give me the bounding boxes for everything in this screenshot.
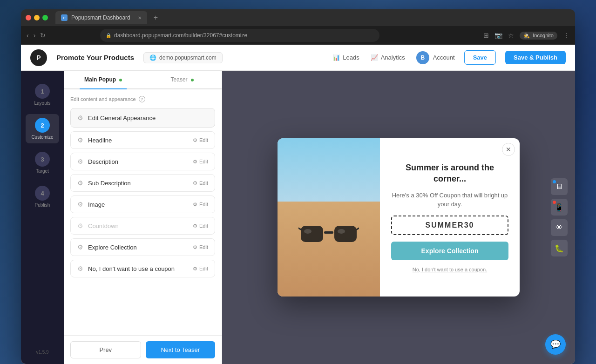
preview-btn[interactable]: 👁 bbox=[551, 219, 568, 236]
publish-button[interactable]: Save & Publish bbox=[505, 51, 566, 64]
step-number-1: 1 bbox=[41, 88, 44, 95]
analytics-label: Analytics bbox=[381, 54, 405, 61]
sidebar-step-1[interactable]: 1 Layouts bbox=[26, 80, 59, 109]
address-field[interactable]: 🔒 dashboard.popupsmart.com/builder/32067… bbox=[100, 29, 379, 42]
edit-item-headline-header[interactable]: ⚙ Headline ⚙ Edit bbox=[71, 132, 215, 148]
explore-label: Explore Collection bbox=[88, 244, 137, 251]
subdescription-edit-label: Edit bbox=[199, 180, 208, 186]
maximize-window-btn[interactable] bbox=[42, 15, 48, 20]
edit-item-description: ⚙ Description ⚙ Edit bbox=[70, 153, 215, 170]
description-edit-label: Edit bbox=[199, 159, 208, 164]
panel-footer: Prev Next to Teaser bbox=[64, 335, 222, 364]
help-icon[interactable]: ? bbox=[139, 96, 145, 102]
edit-item-description-header[interactable]: ⚙ Description ⚙ Edit bbox=[71, 153, 215, 170]
content-area: Main Popup Teaser Edit content and appea… bbox=[64, 71, 575, 364]
menu-btn[interactable]: ⋮ bbox=[563, 32, 569, 39]
step-label-4: Publish bbox=[35, 202, 50, 208]
gear-icon-subdescription: ⚙ bbox=[77, 179, 83, 187]
prev-button[interactable]: Prev bbox=[70, 341, 141, 358]
svg-line-3 bbox=[298, 228, 301, 229]
desktop-icon: 🖥 bbox=[555, 182, 563, 191]
headline-edit-btn[interactable]: ⚙ Edit bbox=[193, 137, 208, 143]
popup-body: Summer is around the corner... Here's a … bbox=[278, 138, 520, 297]
preview-icon: 👁 bbox=[555, 223, 563, 232]
step-label-2: Customize bbox=[31, 135, 53, 140]
website-badge[interactable]: 🌐 demo.popupsmart.com bbox=[143, 52, 223, 63]
account-avatar: B bbox=[416, 51, 429, 64]
forward-btn[interactable]: › bbox=[34, 32, 36, 39]
edit-item-countdown-header[interactable]: ⚙ Countdown ⚙ Edit bbox=[71, 217, 215, 234]
account-letter: B bbox=[420, 54, 425, 61]
chat-bubble-btn[interactable]: 💬 bbox=[545, 334, 566, 355]
mobile-view-btn[interactable]: 📱 bbox=[551, 199, 568, 216]
bookmark-btn[interactable]: ☆ bbox=[508, 32, 514, 39]
edit-item-explore-header[interactable]: ⚙ Explore Collection ⚙ Edit bbox=[71, 239, 215, 256]
sunglasses-svg bbox=[298, 221, 359, 249]
description-edit-btn[interactable]: ⚙ Edit bbox=[193, 159, 208, 165]
tab-dot-active bbox=[119, 79, 122, 81]
save-button[interactable]: Save bbox=[464, 50, 496, 65]
preview-area: ✕ bbox=[222, 71, 575, 364]
chat-icon: 💬 bbox=[550, 339, 561, 350]
mobile-indicator bbox=[553, 201, 556, 204]
edit-item-subdescription-header[interactable]: ⚙ Sub Description ⚙ Edit bbox=[71, 175, 215, 191]
gear-icon-countdown: ⚙ bbox=[77, 222, 83, 229]
image-edit-btn[interactable]: ⚙ Edit bbox=[193, 202, 208, 208]
popup-decline-link[interactable]: No, I don't want to use a coupon. bbox=[413, 267, 487, 272]
leads-nav-link[interactable]: 📊 Leads bbox=[332, 54, 359, 61]
gear-icon-countdown-edit: ⚙ bbox=[193, 223, 197, 229]
desktop-indicator bbox=[553, 180, 556, 183]
edit-item-nocoupon: ⚙ No, I don't want to use a coupon ⚙ Edi… bbox=[70, 260, 215, 277]
popup-close-btn[interactable]: ✕ bbox=[502, 143, 515, 156]
subdescription-label: Sub Description bbox=[88, 180, 131, 187]
nocoupon-edit-btn[interactable]: ⚙ Edit bbox=[193, 266, 208, 272]
left-panel: Main Popup Teaser Edit content and appea… bbox=[64, 71, 222, 364]
countdown-edit-btn[interactable]: ⚙ Edit bbox=[193, 223, 208, 229]
edit-item-nocoupon-header[interactable]: ⚙ No, I don't want to use a coupon ⚙ Edi… bbox=[71, 260, 215, 277]
edit-general-appearance[interactable]: ⚙ Edit General Appearance bbox=[70, 108, 215, 128]
edit-item-image-header[interactable]: ⚙ Image ⚙ Edit bbox=[71, 196, 215, 213]
close-window-btn[interactable] bbox=[26, 15, 31, 20]
app-logo: P bbox=[30, 49, 47, 66]
gear-icon-image: ⚙ bbox=[77, 201, 83, 208]
popup-cta-button[interactable]: Explore Collection bbox=[391, 242, 508, 260]
step-circle-1: 1 bbox=[35, 84, 50, 99]
extensions-btn[interactable]: ⊞ bbox=[483, 32, 489, 39]
general-appearance-label: Edit General Appearance bbox=[88, 115, 156, 121]
countdown-label: Countdown bbox=[88, 222, 119, 229]
gear-icon-explore-edit: ⚙ bbox=[193, 244, 197, 250]
analytics-nav-link[interactable]: 📈 Analytics bbox=[371, 54, 405, 61]
headline-label: Headline bbox=[88, 137, 112, 144]
gear-icon-image-edit: ⚙ bbox=[193, 202, 197, 208]
svg-rect-0 bbox=[324, 231, 333, 234]
gear-icon-headline-edit: ⚙ bbox=[193, 137, 197, 143]
browser-titlebar: P Popupsmart Dashboard ✕ + bbox=[21, 9, 575, 26]
svg-rect-1 bbox=[301, 226, 323, 242]
leads-label: Leads bbox=[343, 54, 359, 61]
explore-edit-btn[interactable]: ⚙ Edit bbox=[193, 244, 208, 250]
desktop-view-btn[interactable]: 🖥 bbox=[551, 178, 568, 195]
back-btn[interactable]: ‹ bbox=[27, 32, 29, 39]
account-btn[interactable]: B Account bbox=[416, 51, 455, 64]
minimize-window-btn[interactable] bbox=[34, 15, 40, 20]
bug-icon: 🐛 bbox=[555, 244, 564, 253]
gear-icon-subdescription-edit: ⚙ bbox=[193, 180, 197, 186]
tab-main-popup[interactable]: Main Popup bbox=[64, 71, 143, 88]
edit-item-image: ⚙ Image ⚙ Edit bbox=[70, 195, 215, 213]
sidebar-step-3[interactable]: 3 Target bbox=[26, 148, 59, 177]
popup-content: Summer is around the corner... Here's a … bbox=[380, 138, 520, 297]
new-tab-btn[interactable]: + bbox=[154, 13, 158, 22]
tab-close-btn[interactable]: ✕ bbox=[138, 15, 142, 20]
sidebar-step-4[interactable]: 4 Publish bbox=[26, 182, 59, 211]
reload-btn[interactable]: ↻ bbox=[40, 32, 46, 39]
sidebar-step-2[interactable]: 2 Customize bbox=[26, 114, 59, 143]
camera-btn[interactable]: 📷 bbox=[494, 32, 502, 39]
tab-teaser[interactable]: Teaser bbox=[143, 71, 222, 88]
address-text: dashboard.popupsmart.com/builder/32067#c… bbox=[114, 32, 247, 39]
gear-icon-description: ⚙ bbox=[77, 158, 83, 165]
subdescription-edit-btn[interactable]: ⚙ Edit bbox=[193, 180, 208, 186]
next-button[interactable]: Next to Teaser bbox=[146, 341, 216, 358]
bug-btn[interactable]: 🐛 bbox=[551, 240, 568, 256]
browser-tab[interactable]: P Popupsmart Dashboard ✕ bbox=[55, 11, 147, 24]
window-controls bbox=[26, 15, 48, 20]
